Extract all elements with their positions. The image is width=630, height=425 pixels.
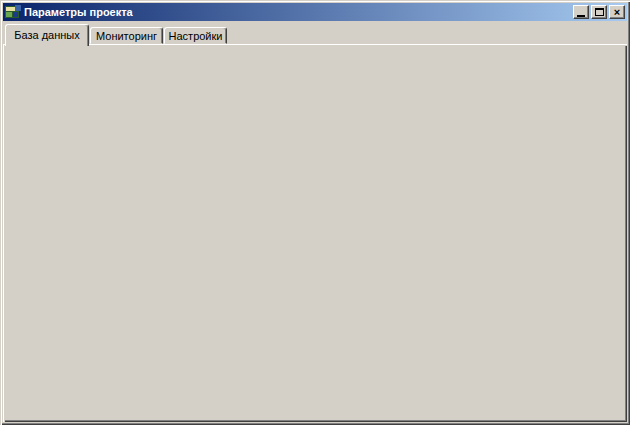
maximize-button[interactable] <box>591 5 607 19</box>
tab-monitoring[interactable]: Мониторинг <box>90 27 163 44</box>
close-icon: × <box>614 6 620 18</box>
window-title: Параметры проекта <box>24 6 573 18</box>
minimize-button[interactable] <box>573 5 589 19</box>
tab-page-database <box>3 44 627 422</box>
window-controls: × <box>573 5 625 19</box>
close-button[interactable]: × <box>609 5 625 19</box>
maximize-icon <box>595 8 604 16</box>
minimize-icon <box>577 15 585 17</box>
tab-settings[interactable]: Настройки <box>164 27 227 44</box>
app-icon <box>5 5 21 19</box>
title-bar: Параметры проекта × <box>3 3 627 21</box>
tab-database[interactable]: База данных <box>5 24 89 46</box>
dialog-window: Параметры проекта × База данных Монитори… <box>0 0 630 425</box>
